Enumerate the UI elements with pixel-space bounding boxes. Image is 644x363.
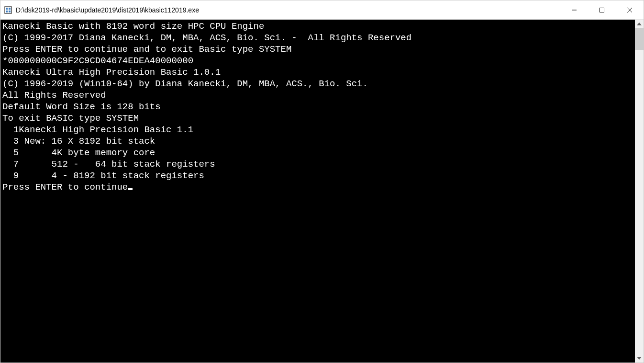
window-title: D:\dsk2019-rd\kbasic\update2019\dist2019… [16,6,560,14]
svg-rect-1 [6,8,8,10]
svg-rect-3 [6,11,8,12]
svg-marker-10 [637,357,642,360]
scroll-up-arrow[interactable] [635,20,644,28]
svg-rect-2 [9,8,11,10]
maximize-button[interactable] [588,0,616,19]
console-line: 1Kanecki High Precision Basic 1.1 [2,124,633,136]
svg-marker-9 [637,23,642,25]
console-line: 9 4 - 8192 bit stack registers [2,170,633,182]
scroll-down-arrow[interactable] [635,354,644,363]
console-prompt-text: Press ENTER to continue [2,182,128,193]
console-line: All Rights Reserved [2,90,633,101]
window-controls [560,0,644,19]
console-line: 3 New: 16 X 8192 bit stack [2,136,633,147]
vertical-scrollbar[interactable] [635,20,644,363]
minimize-button[interactable] [560,0,588,19]
console-prompt-line: Press ENTER to continue [2,182,633,193]
console-line: Kanecki Ultra High Precision Basic 1.0.1 [2,67,633,78]
svg-rect-4 [9,11,11,12]
console-line: (C) 1999-2017 Diana Kanecki, DM, MBA, AC… [2,32,633,44]
console-line: Press ENTER to continue and to exit Basi… [2,44,633,55]
titlebar[interactable]: D:\dsk2019-rd\kbasic\update2019\dist2019… [0,0,644,20]
console-line: To exit BASIC type SYSTEM [2,113,633,124]
svg-rect-6 [600,8,604,12]
cursor-icon [128,188,133,190]
app-icon [4,6,12,14]
console-area: Kanecki Basic with 8192 word size HPC CP… [0,20,644,363]
scrollbar-track[interactable] [635,28,644,354]
console-output[interactable]: Kanecki Basic with 8192 word size HPC CP… [0,20,635,363]
console-line: Kanecki Basic with 8192 word size HPC CP… [2,21,633,32]
console-line: (C) 1996-2019 (Win10-64) by Diana Kaneck… [2,78,633,90]
console-line: 7 512 - 64 bit stack registers [2,159,633,170]
console-line: 5 4K byte memory core [2,147,633,159]
window: D:\dsk2019-rd\kbasic\update2019\dist2019… [0,0,644,363]
console-line: Default Word Size is 128 bits [2,101,633,113]
console-line: *000000000C9F2C9CD04674EDEA40000000 [2,55,633,67]
scrollbar-thumb[interactable] [635,28,644,50]
close-button[interactable] [616,0,644,19]
